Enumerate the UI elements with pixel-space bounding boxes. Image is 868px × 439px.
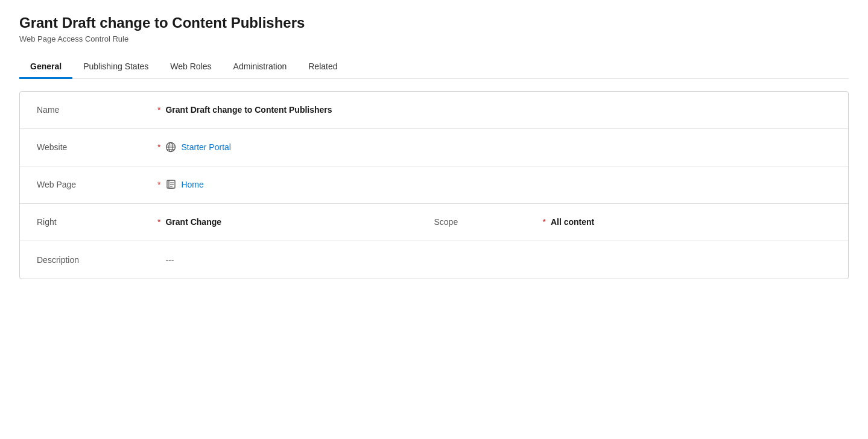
webpage-label: Web Page [37,180,157,189]
scope-required: * [543,217,546,227]
webpage-value[interactable]: Home [165,179,203,190]
tab-web-roles[interactable]: Web Roles [159,55,222,79]
website-label: Website [37,142,157,152]
right-required: * [157,217,160,227]
page-subtitle: Web Page Access Control Rule [19,34,849,43]
website-text: Starter Portal [181,142,230,152]
scope-value: All content [551,217,594,227]
form-card: Name * Grant Draft change to Content Pub… [19,91,849,279]
tab-general[interactable]: General [19,55,72,79]
globe-icon [165,142,176,153]
name-required: * [157,105,160,115]
tab-bar: General Publishing States Web Roles Admi… [19,55,849,79]
webpage-row: Web Page * Home [20,166,848,204]
name-row: Name * Grant Draft change to Content Pub… [20,92,848,129]
tab-publishing-states[interactable]: Publishing States [72,55,159,79]
right-value: Grant Change [165,217,221,227]
description-value: --- [165,255,174,265]
tab-administration[interactable]: Administration [223,55,298,79]
scope-label: Scope [434,217,543,227]
right-scope-row: Right * Grant Change Scope * All content [20,204,848,241]
tab-related[interactable]: Related [297,55,348,79]
website-required: * [157,142,160,152]
description-row: Description * --- [20,241,848,279]
webpage-required: * [157,180,160,189]
page-icon [165,179,176,190]
name-value: Grant Draft change to Content Publishers [165,105,332,115]
name-label: Name [37,105,157,115]
right-label: Right [37,217,157,227]
page-title: Grant Draft change to Content Publishers [19,14,849,32]
webpage-text: Home [181,180,203,189]
website-value[interactable]: Starter Portal [165,142,230,153]
description-label: Description [37,255,157,265]
website-row: Website * Starter Portal [20,129,848,166]
